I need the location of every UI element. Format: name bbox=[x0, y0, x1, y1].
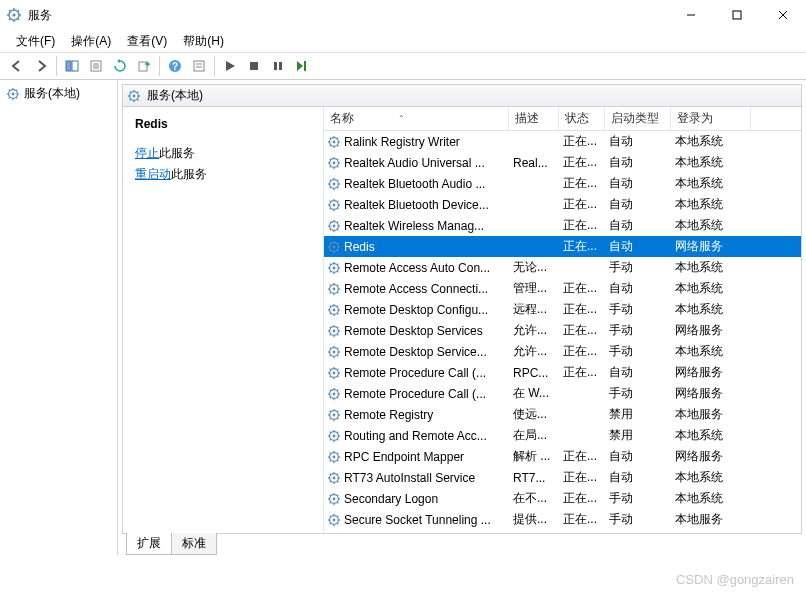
service-status: 正在... bbox=[559, 469, 605, 486]
service-start: 禁用 bbox=[605, 427, 671, 444]
service-start: 自动 bbox=[605, 154, 671, 171]
svg-rect-29 bbox=[304, 61, 306, 71]
table-row[interactable]: Remote Desktop Configu...远程...正在...手动本地系… bbox=[324, 299, 801, 320]
table-row[interactable]: Realtek Bluetooth Device...正在...自动本地系统 bbox=[324, 194, 801, 215]
props2-button[interactable] bbox=[188, 55, 210, 77]
table-row[interactable]: Remote Access Connecti...管理...正在...自动本地系… bbox=[324, 278, 801, 299]
gear-icon bbox=[327, 261, 341, 275]
service-start: 手动 bbox=[605, 385, 671, 402]
tab-standard[interactable]: 标准 bbox=[171, 533, 217, 555]
service-desc: 启动... bbox=[509, 532, 559, 533]
service-desc: 解析 ... bbox=[509, 448, 559, 465]
menu-help[interactable]: 帮助(H) bbox=[175, 31, 232, 52]
service-logon: 本地系统 bbox=[671, 175, 755, 192]
service-start: 自动 bbox=[605, 469, 671, 486]
service-start: 自动 bbox=[605, 217, 671, 234]
tree-node-label: 服务(本地) bbox=[24, 85, 80, 102]
service-name: RT73 AutoInstall Service bbox=[344, 471, 475, 485]
service-desc: Real... bbox=[509, 156, 559, 170]
tree-node-services-local[interactable]: 服务(本地) bbox=[3, 83, 114, 104]
table-row[interactable]: Secondary Logon在不...正在...手动本地系统 bbox=[324, 488, 801, 509]
col-header-desc[interactable]: 描述 bbox=[509, 107, 559, 130]
menu-file[interactable]: 文件(F) bbox=[8, 31, 63, 52]
table-row[interactable]: RT73 AutoInstall ServiceRT7...正在...自动本地系… bbox=[324, 467, 801, 488]
restart-service-button[interactable] bbox=[291, 55, 313, 77]
menu-view[interactable]: 查看(V) bbox=[119, 31, 175, 52]
app-icon bbox=[6, 7, 22, 23]
service-start: 自动 bbox=[605, 196, 671, 213]
svg-rect-28 bbox=[279, 62, 282, 70]
col-header-start[interactable]: 启动类型 bbox=[605, 107, 671, 130]
col-header-name[interactable]: 名称⌃ bbox=[324, 107, 509, 130]
table-row[interactable]: Realtek Wireless Manag...正在...自动本地系统 bbox=[324, 215, 801, 236]
pause-service-button[interactable] bbox=[267, 55, 289, 77]
table-row[interactable]: RPC Endpoint Mapper解析 ...正在...自动网络服务 bbox=[324, 446, 801, 467]
refresh-button[interactable] bbox=[109, 55, 131, 77]
service-desc: 在不... bbox=[509, 490, 559, 507]
export-button[interactable] bbox=[133, 55, 155, 77]
table-row[interactable]: Redis正在...自动网络服务 bbox=[324, 236, 801, 257]
service-start: 手动 bbox=[605, 511, 671, 528]
table-row[interactable]: Ralink Registry Writer正在...自动本地系统 bbox=[324, 131, 801, 152]
properties-button[interactable] bbox=[85, 55, 107, 77]
restart-link[interactable]: 重启动 bbox=[135, 167, 171, 181]
table-row[interactable]: Security Accounts Mana...启动...正在...自动本地系… bbox=[324, 530, 801, 533]
gear-icon bbox=[327, 156, 341, 170]
service-status: 正在... bbox=[559, 301, 605, 318]
service-start: 手动 bbox=[605, 259, 671, 276]
window-title: 服务 bbox=[28, 7, 52, 24]
forward-button[interactable] bbox=[30, 55, 52, 77]
service-start: 自动 bbox=[605, 280, 671, 297]
service-status: 正在... bbox=[559, 490, 605, 507]
gear-icon bbox=[327, 492, 341, 506]
service-name: Secondary Logon bbox=[344, 492, 438, 506]
service-desc: 管理... bbox=[509, 280, 559, 297]
service-status: 正在... bbox=[559, 532, 605, 533]
list-pane: 名称⌃ 描述 状态 启动类型 登录为 Ralink Registry Write… bbox=[323, 107, 801, 533]
table-row[interactable]: Realtek Bluetooth Audio ...正在...自动本地系统 bbox=[324, 173, 801, 194]
table-row[interactable]: Remote Access Auto Con...无论...手动本地系统 bbox=[324, 257, 801, 278]
service-status: 正在... bbox=[559, 133, 605, 150]
maximize-button[interactable] bbox=[714, 0, 760, 30]
table-row[interactable]: Remote Desktop Service...允许...正在...手动本地系… bbox=[324, 341, 801, 362]
minimize-button[interactable] bbox=[668, 0, 714, 30]
gear-icon bbox=[327, 408, 341, 422]
table-row[interactable]: Remote Procedure Call (...RPC...正在...自动网… bbox=[324, 362, 801, 383]
service-status: 正在... bbox=[559, 343, 605, 360]
service-status: 正在... bbox=[559, 238, 605, 255]
menu-action[interactable]: 操作(A) bbox=[63, 31, 119, 52]
col-header-status[interactable]: 状态 bbox=[559, 107, 605, 130]
restart-suffix: 此服务 bbox=[171, 167, 207, 181]
close-button[interactable] bbox=[760, 0, 806, 30]
bottom-tabs: 扩展 标准 bbox=[122, 533, 802, 555]
right-header-label: 服务(本地) bbox=[147, 87, 203, 104]
table-row[interactable]: Realtek Audio Universal ...Real...正在...自… bbox=[324, 152, 801, 173]
table-row[interactable]: Remote Desktop Services允许...正在...手动网络服务 bbox=[324, 320, 801, 341]
gear-icon bbox=[327, 135, 341, 149]
svg-rect-26 bbox=[250, 62, 258, 70]
show-hide-tree-button[interactable] bbox=[61, 55, 83, 77]
detail-pane: Redis 停止此服务 重启动此服务 bbox=[123, 107, 323, 533]
gear-icon bbox=[327, 429, 341, 443]
table-row[interactable]: Remote Procedure Call (...在 W...手动网络服务 bbox=[324, 383, 801, 404]
back-button[interactable] bbox=[6, 55, 28, 77]
service-status: 正在... bbox=[559, 280, 605, 297]
svg-rect-27 bbox=[274, 62, 277, 70]
table-row[interactable]: Secure Socket Tunneling ...提供...正在...手动本… bbox=[324, 509, 801, 530]
toolbar: ? bbox=[0, 52, 806, 80]
service-logon: 本地系统 bbox=[671, 532, 755, 533]
table-row[interactable]: Remote Registry使远...禁用本地服务 bbox=[324, 404, 801, 425]
service-status: 正在... bbox=[559, 154, 605, 171]
gear-icon bbox=[327, 303, 341, 317]
col-header-logon[interactable]: 登录为 bbox=[671, 107, 751, 130]
service-start: 自动 bbox=[605, 448, 671, 465]
service-name: Remote Desktop Services bbox=[344, 324, 483, 338]
table-row[interactable]: Routing and Remote Acc...在局...禁用本地系统 bbox=[324, 425, 801, 446]
stop-service-button[interactable] bbox=[243, 55, 265, 77]
stop-link[interactable]: 停止 bbox=[135, 146, 159, 160]
service-name: Remote Desktop Service... bbox=[344, 345, 487, 359]
start-service-button[interactable] bbox=[219, 55, 241, 77]
help-button[interactable]: ? bbox=[164, 55, 186, 77]
tab-extended[interactable]: 扩展 bbox=[126, 533, 172, 555]
menubar: 文件(F) 操作(A) 查看(V) 帮助(H) bbox=[0, 30, 806, 52]
